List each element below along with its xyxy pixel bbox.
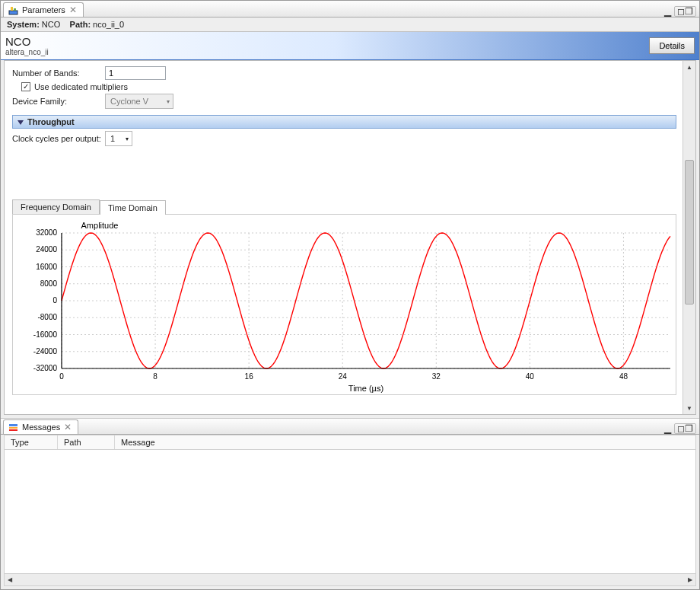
cycles-label: Clock cycles per output: — [12, 134, 105, 143]
device-family-select[interactable]: Cyclone V ▾ — [105, 94, 173, 109]
pane-controls: ▁ ◻❐ — [664, 6, 696, 17]
chevron-down-icon: ▾ — [126, 136, 129, 142]
svg-text:24000: 24000 — [36, 245, 57, 254]
svg-text:24: 24 — [339, 372, 348, 381]
parameters-body: Number of Bands: ✓ Use dedicated multipl… — [4, 60, 696, 415]
path-label: Path: — [70, 20, 91, 29]
tab-time-domain[interactable]: Time Domain — [100, 200, 166, 215]
minimize-icon[interactable]: ▁ — [664, 6, 671, 17]
system-label: System: — [7, 20, 40, 29]
chart-tabs: Frequency Domain Time Domain — [12, 199, 676, 214]
svg-text:0: 0 — [59, 372, 64, 381]
details-button[interactable]: Details — [649, 37, 695, 54]
info-bar: System: NCO Path: nco_ii_0 — [1, 18, 699, 31]
parameters-icon — [8, 5, 18, 15]
tab-messages-close-icon[interactable]: ✕ — [64, 422, 72, 432]
svg-text:32: 32 — [432, 372, 441, 381]
num-bands-input[interactable] — [105, 66, 166, 80]
minimize-icon[interactable]: ▁ — [664, 423, 671, 434]
col-type[interactable]: Type — [5, 435, 58, 449]
svg-rect-40 — [9, 427, 18, 429]
horizontal-scrollbar[interactable]: ◀ ▶ — [5, 573, 695, 585]
svg-rect-39 — [9, 424, 18, 426]
svg-text:-16000: -16000 — [33, 330, 58, 339]
vertical-scrollbar[interactable]: ▲ ▼ — [682, 61, 695, 414]
time-domain-chart: Amplitude-32000-24000-16000-800008000160… — [16, 218, 676, 393]
parameters-scroll-area: Number of Bands: ✓ Use dedicated multipl… — [5, 61, 682, 414]
cycles-value: 1 — [110, 134, 115, 143]
scroll-down-icon[interactable]: ▼ — [683, 402, 695, 414]
svg-text:-24000: -24000 — [33, 347, 58, 356]
tab-parameters[interactable]: Parameters ✕ — [3, 2, 84, 17]
main-window: Parameters ✕ ▁ ◻❐ System: NCO Path: nco_… — [0, 0, 700, 590]
system-value: NCO — [42, 20, 60, 29]
tab-messages-label: Messages — [22, 423, 60, 432]
restore-icon[interactable]: ◻❐ — [674, 6, 696, 17]
col-path[interactable]: Path — [58, 435, 115, 449]
component-header: NCO altera_nco_ii Details — [1, 31, 699, 60]
device-family-value: Cyclone V — [110, 97, 148, 106]
svg-rect-0 — [9, 11, 18, 14]
tab-parameters-close-icon[interactable]: ✕ — [69, 5, 77, 15]
svg-rect-1 — [11, 7, 13, 11]
svg-text:Time (µs): Time (µs) — [348, 384, 383, 393]
svg-text:16: 16 — [245, 372, 254, 381]
cycles-select[interactable]: 1 ▾ — [105, 131, 132, 146]
svg-text:16000: 16000 — [36, 263, 57, 271]
scroll-right-icon[interactable]: ▶ — [685, 574, 695, 585]
tab-frequency-domain[interactable]: Frequency Domain — [12, 199, 100, 214]
tab-parameters-label: Parameters — [22, 5, 65, 14]
svg-text:-8000: -8000 — [37, 313, 57, 321]
num-bands-label: Number of Bands: — [12, 69, 105, 78]
svg-text:8000: 8000 — [40, 279, 58, 288]
chevron-down-icon: ▾ — [167, 98, 170, 105]
scroll-up-icon[interactable]: ▲ — [683, 61, 695, 73]
svg-text:32000: 32000 — [36, 228, 57, 237]
messages-tabbar: Messages ✕ ▁ ◻❐ — [1, 418, 699, 435]
svg-text:-32000: -32000 — [33, 364, 58, 372]
messages-icon — [8, 423, 18, 432]
device-family-label: Device Family: — [12, 97, 105, 106]
parameters-tabbar: Parameters ✕ ▁ ◻❐ — [1, 1, 699, 18]
tab-messages[interactable]: Messages ✕ — [3, 419, 78, 434]
component-title: NCO — [5, 35, 49, 48]
throughput-group-header[interactable]: Throughput — [12, 115, 676, 129]
restore-icon[interactable]: ◻❐ — [674, 423, 696, 434]
component-subtitle: altera_nco_ii — [5, 48, 49, 56]
svg-rect-41 — [9, 429, 18, 431]
messages-body: ◀ ▶ — [4, 450, 696, 586]
svg-rect-2 — [14, 8, 16, 11]
collapse-icon — [18, 120, 24, 125]
pane-controls: ▁ ◻❐ — [664, 423, 696, 434]
scrollbar-thumb[interactable] — [685, 160, 694, 305]
scroll-left-icon[interactable]: ◀ — [5, 574, 15, 585]
col-message[interactable]: Message — [115, 435, 695, 449]
svg-text:40: 40 — [526, 372, 535, 381]
use-multipliers-checkbox[interactable]: ✓ — [21, 82, 30, 91]
use-multipliers-label: Use dedicated multipliers — [34, 82, 128, 91]
path-value: nco_ii_0 — [93, 20, 124, 29]
throughput-title: Throughput — [27, 117, 75, 126]
messages-header-row: Type Path Message — [4, 435, 696, 450]
chart-panel: Amplitude-32000-24000-16000-800008000160… — [12, 214, 676, 395]
svg-text:8: 8 — [153, 372, 158, 381]
svg-text:48: 48 — [619, 372, 628, 381]
svg-text:0: 0 — [52, 296, 57, 305]
svg-text:Amplitude: Amplitude — [81, 221, 119, 230]
